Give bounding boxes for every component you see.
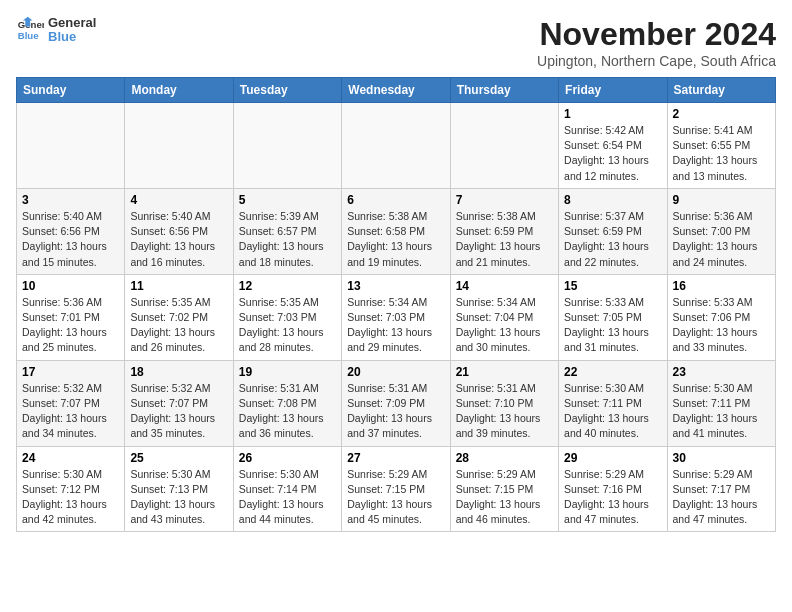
day-info: Sunrise: 5:31 AMSunset: 7:09 PMDaylight:… [347, 381, 444, 442]
calendar-week-row: 24Sunrise: 5:30 AMSunset: 7:12 PMDayligh… [17, 446, 776, 532]
logo-icon: General Blue [16, 16, 44, 44]
logo-line1: General [48, 16, 96, 30]
day-info: Sunrise: 5:40 AMSunset: 6:56 PMDaylight:… [22, 209, 119, 270]
calendar-cell: 8Sunrise: 5:37 AMSunset: 6:59 PMDaylight… [559, 188, 667, 274]
day-info: Sunrise: 5:32 AMSunset: 7:07 PMDaylight:… [130, 381, 227, 442]
day-info: Sunrise: 5:29 AMSunset: 7:17 PMDaylight:… [673, 467, 770, 528]
day-number: 7 [456, 193, 553, 207]
day-info: Sunrise: 5:29 AMSunset: 7:15 PMDaylight:… [456, 467, 553, 528]
day-number: 19 [239, 365, 336, 379]
calendar-cell [233, 103, 341, 189]
day-number: 12 [239, 279, 336, 293]
calendar-cell: 23Sunrise: 5:30 AMSunset: 7:11 PMDayligh… [667, 360, 775, 446]
calendar-cell: 16Sunrise: 5:33 AMSunset: 7:06 PMDayligh… [667, 274, 775, 360]
calendar-week-row: 17Sunrise: 5:32 AMSunset: 7:07 PMDayligh… [17, 360, 776, 446]
calendar-cell: 9Sunrise: 5:36 AMSunset: 7:00 PMDaylight… [667, 188, 775, 274]
day-number: 23 [673, 365, 770, 379]
day-number: 22 [564, 365, 661, 379]
day-number: 27 [347, 451, 444, 465]
calendar-cell: 27Sunrise: 5:29 AMSunset: 7:15 PMDayligh… [342, 446, 450, 532]
title-area: November 2024 Upington, Northern Cape, S… [537, 16, 776, 69]
logo-line2: Blue [48, 30, 96, 44]
calendar-cell: 26Sunrise: 5:30 AMSunset: 7:14 PMDayligh… [233, 446, 341, 532]
calendar-week-row: 1Sunrise: 5:42 AMSunset: 6:54 PMDaylight… [17, 103, 776, 189]
day-number: 30 [673, 451, 770, 465]
calendar-cell: 24Sunrise: 5:30 AMSunset: 7:12 PMDayligh… [17, 446, 125, 532]
calendar-cell: 3Sunrise: 5:40 AMSunset: 6:56 PMDaylight… [17, 188, 125, 274]
logo: General Blue General Blue [16, 16, 96, 45]
calendar-cell: 13Sunrise: 5:34 AMSunset: 7:03 PMDayligh… [342, 274, 450, 360]
day-info: Sunrise: 5:30 AMSunset: 7:11 PMDaylight:… [673, 381, 770, 442]
day-info: Sunrise: 5:37 AMSunset: 6:59 PMDaylight:… [564, 209, 661, 270]
svg-text:General: General [18, 20, 44, 31]
calendar-cell: 25Sunrise: 5:30 AMSunset: 7:13 PMDayligh… [125, 446, 233, 532]
day-number: 1 [564, 107, 661, 121]
calendar-cell: 2Sunrise: 5:41 AMSunset: 6:55 PMDaylight… [667, 103, 775, 189]
day-info: Sunrise: 5:29 AMSunset: 7:15 PMDaylight:… [347, 467, 444, 528]
calendar-cell: 19Sunrise: 5:31 AMSunset: 7:08 PMDayligh… [233, 360, 341, 446]
day-header-monday: Monday [125, 78, 233, 103]
day-number: 17 [22, 365, 119, 379]
calendar-cell: 4Sunrise: 5:40 AMSunset: 6:56 PMDaylight… [125, 188, 233, 274]
calendar-cell [17, 103, 125, 189]
calendar-cell [450, 103, 558, 189]
day-info: Sunrise: 5:35 AMSunset: 7:03 PMDaylight:… [239, 295, 336, 356]
day-number: 26 [239, 451, 336, 465]
page-header: General Blue General Blue November 2024 … [16, 16, 776, 69]
calendar-cell: 12Sunrise: 5:35 AMSunset: 7:03 PMDayligh… [233, 274, 341, 360]
svg-text:Blue: Blue [18, 30, 39, 41]
day-info: Sunrise: 5:38 AMSunset: 6:59 PMDaylight:… [456, 209, 553, 270]
calendar-cell: 14Sunrise: 5:34 AMSunset: 7:04 PMDayligh… [450, 274, 558, 360]
day-number: 25 [130, 451, 227, 465]
calendar-cell: 15Sunrise: 5:33 AMSunset: 7:05 PMDayligh… [559, 274, 667, 360]
day-number: 4 [130, 193, 227, 207]
day-info: Sunrise: 5:34 AMSunset: 7:04 PMDaylight:… [456, 295, 553, 356]
day-number: 20 [347, 365, 444, 379]
day-number: 16 [673, 279, 770, 293]
calendar-cell: 1Sunrise: 5:42 AMSunset: 6:54 PMDaylight… [559, 103, 667, 189]
calendar-table: SundayMondayTuesdayWednesdayThursdayFrid… [16, 77, 776, 532]
day-header-friday: Friday [559, 78, 667, 103]
day-header-saturday: Saturday [667, 78, 775, 103]
day-info: Sunrise: 5:29 AMSunset: 7:16 PMDaylight:… [564, 467, 661, 528]
day-number: 29 [564, 451, 661, 465]
month-year: November 2024 [537, 16, 776, 53]
day-number: 18 [130, 365, 227, 379]
day-info: Sunrise: 5:40 AMSunset: 6:56 PMDaylight:… [130, 209, 227, 270]
day-info: Sunrise: 5:30 AMSunset: 7:13 PMDaylight:… [130, 467, 227, 528]
day-info: Sunrise: 5:39 AMSunset: 6:57 PMDaylight:… [239, 209, 336, 270]
day-number: 24 [22, 451, 119, 465]
calendar-cell: 21Sunrise: 5:31 AMSunset: 7:10 PMDayligh… [450, 360, 558, 446]
calendar-cell: 22Sunrise: 5:30 AMSunset: 7:11 PMDayligh… [559, 360, 667, 446]
day-info: Sunrise: 5:42 AMSunset: 6:54 PMDaylight:… [564, 123, 661, 184]
day-info: Sunrise: 5:31 AMSunset: 7:10 PMDaylight:… [456, 381, 553, 442]
calendar-cell: 5Sunrise: 5:39 AMSunset: 6:57 PMDaylight… [233, 188, 341, 274]
day-number: 9 [673, 193, 770, 207]
day-info: Sunrise: 5:38 AMSunset: 6:58 PMDaylight:… [347, 209, 444, 270]
day-header-wednesday: Wednesday [342, 78, 450, 103]
day-number: 21 [456, 365, 553, 379]
calendar-cell: 30Sunrise: 5:29 AMSunset: 7:17 PMDayligh… [667, 446, 775, 532]
day-header-tuesday: Tuesday [233, 78, 341, 103]
day-info: Sunrise: 5:30 AMSunset: 7:12 PMDaylight:… [22, 467, 119, 528]
day-info: Sunrise: 5:32 AMSunset: 7:07 PMDaylight:… [22, 381, 119, 442]
day-number: 2 [673, 107, 770, 121]
day-info: Sunrise: 5:33 AMSunset: 7:05 PMDaylight:… [564, 295, 661, 356]
day-info: Sunrise: 5:35 AMSunset: 7:02 PMDaylight:… [130, 295, 227, 356]
day-info: Sunrise: 5:33 AMSunset: 7:06 PMDaylight:… [673, 295, 770, 356]
day-info: Sunrise: 5:34 AMSunset: 7:03 PMDaylight:… [347, 295, 444, 356]
calendar-cell: 20Sunrise: 5:31 AMSunset: 7:09 PMDayligh… [342, 360, 450, 446]
calendar-cell: 10Sunrise: 5:36 AMSunset: 7:01 PMDayligh… [17, 274, 125, 360]
calendar-week-row: 10Sunrise: 5:36 AMSunset: 7:01 PMDayligh… [17, 274, 776, 360]
calendar-cell: 18Sunrise: 5:32 AMSunset: 7:07 PMDayligh… [125, 360, 233, 446]
calendar-week-row: 3Sunrise: 5:40 AMSunset: 6:56 PMDaylight… [17, 188, 776, 274]
calendar-cell: 29Sunrise: 5:29 AMSunset: 7:16 PMDayligh… [559, 446, 667, 532]
calendar-cell: 11Sunrise: 5:35 AMSunset: 7:02 PMDayligh… [125, 274, 233, 360]
day-header-sunday: Sunday [17, 78, 125, 103]
day-info: Sunrise: 5:36 AMSunset: 7:01 PMDaylight:… [22, 295, 119, 356]
day-number: 28 [456, 451, 553, 465]
day-number: 13 [347, 279, 444, 293]
day-info: Sunrise: 5:41 AMSunset: 6:55 PMDaylight:… [673, 123, 770, 184]
calendar-cell: 6Sunrise: 5:38 AMSunset: 6:58 PMDaylight… [342, 188, 450, 274]
calendar-cell: 17Sunrise: 5:32 AMSunset: 7:07 PMDayligh… [17, 360, 125, 446]
